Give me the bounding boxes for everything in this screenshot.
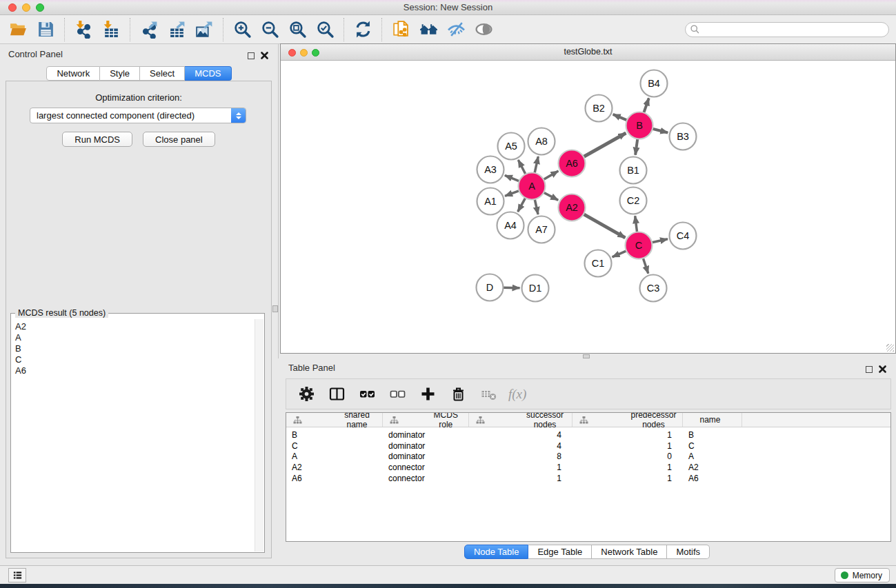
graph-node-C[interactable]: C — [626, 232, 653, 259]
table-cell[interactable]: 1 — [469, 463, 573, 472]
settings-gear-button[interactable] — [296, 384, 317, 405]
table-row[interactable]: Cdominator41C — [286, 440, 890, 452]
graph-edge-A-A1[interactable] — [505, 191, 519, 196]
column-header-MCDS-role[interactable]: MCDS role — [383, 413, 469, 427]
graph-node-D1[interactable]: D1 — [522, 275, 549, 302]
tab-style[interactable]: Style — [100, 66, 140, 81]
graph-edge-A-A6[interactable] — [544, 171, 559, 179]
table-cell[interactable]: connector — [383, 474, 469, 483]
mcds-result-item[interactable]: A2 — [15, 321, 255, 332]
mcds-result-item[interactable]: A6 — [15, 365, 255, 376]
table-cell[interactable]: 8 — [469, 452, 573, 461]
table-cell[interactable]: dominator — [383, 441, 469, 451]
table-cell[interactable]: A — [683, 452, 742, 461]
table-cell[interactable]: B — [286, 430, 383, 440]
import-table-button[interactable] — [97, 17, 125, 42]
graph-edge-A-A4[interactable] — [518, 198, 526, 212]
close-panel-button[interactable]: Close panel — [143, 132, 215, 147]
export-image-button[interactable] — [190, 17, 218, 42]
resize-grip-icon[interactable] — [886, 344, 894, 352]
graph-edge-A2-C[interactable] — [584, 214, 625, 238]
add-column-button[interactable] — [417, 384, 438, 405]
mcds-result-item[interactable]: C — [15, 354, 255, 365]
delete-column-button[interactable] — [448, 384, 468, 405]
table-row[interactable]: Adominator80A — [286, 452, 890, 463]
memory-button[interactable]: Memory — [835, 568, 890, 582]
graph-node-C4[interactable]: C4 — [670, 223, 697, 250]
graph-edge-B-B1[interactable] — [635, 139, 637, 154]
float-panel-icon[interactable] — [248, 52, 255, 59]
column-header-shared-name[interactable]: shared name — [286, 413, 383, 427]
network-canvas[interactable]: B4B2BB3A5A8A6A3B1AA1C2A2A4A7C4CC1C3DD1 — [281, 61, 895, 353]
table-cell[interactable]: 1 — [573, 463, 683, 472]
graph-node-A1[interactable]: A1 — [477, 188, 504, 215]
graph-node-A[interactable]: A — [519, 173, 546, 200]
clone-network-button[interactable] — [387, 17, 415, 42]
home-button[interactable] — [415, 17, 442, 42]
search-input[interactable] — [700, 23, 888, 36]
graph-edge-A6-B[interactable] — [584, 133, 626, 157]
graph-node-D[interactable]: D — [477, 274, 504, 301]
graph-edge-C-C1[interactable] — [613, 251, 627, 257]
column-header-successor-nodes[interactable]: successor nodes — [469, 413, 573, 427]
graph-node-A5[interactable]: A5 — [498, 133, 525, 160]
table-cell[interactable]: 1 — [573, 441, 683, 451]
search-field[interactable] — [685, 22, 889, 37]
run-mcds-button[interactable]: Run MCDS — [62, 132, 132, 147]
graph-node-A7[interactable]: A7 — [528, 216, 555, 243]
refresh-button[interactable] — [349, 17, 377, 42]
graph-node-B4[interactable]: B4 — [641, 70, 668, 97]
tab-network-table[interactable]: Network Table — [592, 545, 667, 559]
mcds-result-item[interactable]: A — [15, 332, 255, 343]
result-scrollbar[interactable] — [255, 319, 263, 551]
table-cell[interactable]: A6 — [683, 474, 742, 483]
zoom-in-button[interactable] — [228, 17, 256, 42]
column-browser-button[interactable] — [326, 384, 347, 405]
function-builder-button[interactable]: f(x) — [508, 387, 526, 402]
graph-node-A4[interactable]: A4 — [497, 212, 524, 239]
graph-edge-B-B2[interactable] — [613, 114, 627, 121]
graph-node-A3[interactable]: A3 — [477, 156, 504, 183]
tab-select[interactable]: Select — [140, 66, 185, 81]
criterion-select[interactable]: largest connected component (directed) — [30, 108, 246, 123]
table-close-panel-icon[interactable] — [879, 363, 886, 376]
deselect-all-button[interactable] — [387, 384, 408, 405]
table-row[interactable]: Bdominator41B — [286, 429, 890, 440]
table-cell[interactable]: 0 — [573, 452, 683, 461]
table-cell[interactable]: C — [286, 441, 383, 451]
column-header-predecessor-nodes[interactable]: predecessor nodes — [573, 413, 683, 427]
open-button[interactable] — [4, 17, 32, 42]
graph-node-B3[interactable]: B3 — [670, 123, 697, 150]
table-cell[interactable]: B — [683, 430, 742, 440]
tab-node-table[interactable]: Node Table — [464, 545, 529, 559]
graph-edge-C-C2[interactable] — [635, 216, 637, 232]
graph-node-C1[interactable]: C1 — [585, 250, 612, 277]
close-panel-icon[interactable] — [261, 50, 268, 62]
graph-node-B2[interactable]: B2 — [586, 95, 613, 122]
import-network-button[interactable] — [70, 17, 97, 42]
graph-node-A2[interactable]: A2 — [559, 194, 586, 221]
table-cell[interactable]: 4 — [469, 441, 573, 451]
graph-edge-C-C4[interactable] — [652, 239, 668, 243]
table-cell[interactable]: 1 — [469, 474, 573, 483]
graph-edge-A-A7[interactable] — [535, 199, 538, 214]
show-panel-button[interactable] — [470, 17, 497, 42]
tab-motifs[interactable]: Motifs — [667, 545, 710, 559]
graph-edge-C-C3[interactable] — [643, 258, 648, 274]
graph-edge-A-A2[interactable] — [544, 192, 558, 200]
table-cell[interactable]: A6 — [286, 474, 383, 483]
mcds-result-item[interactable]: B — [15, 343, 255, 354]
network-window-titlebar[interactable]: testGlobe.txt — [281, 44, 895, 61]
table-float-panel-icon[interactable] — [866, 366, 873, 373]
table-cell[interactable]: A2 — [683, 463, 742, 472]
graph-node-A6[interactable]: A6 — [559, 150, 586, 177]
hide-panel-button[interactable] — [442, 17, 470, 42]
table-cell[interactable]: A2 — [286, 463, 383, 472]
select-all-button[interactable] — [357, 384, 377, 405]
table-row[interactable]: A2connector11A2 — [286, 462, 890, 473]
export-table-button[interactable] — [163, 17, 190, 42]
task-history-button[interactable] — [8, 568, 26, 582]
graph-node-B1[interactable]: B1 — [620, 157, 647, 184]
graph-node-C2[interactable]: C2 — [620, 187, 647, 214]
zoom-selected-button[interactable] — [311, 17, 339, 42]
